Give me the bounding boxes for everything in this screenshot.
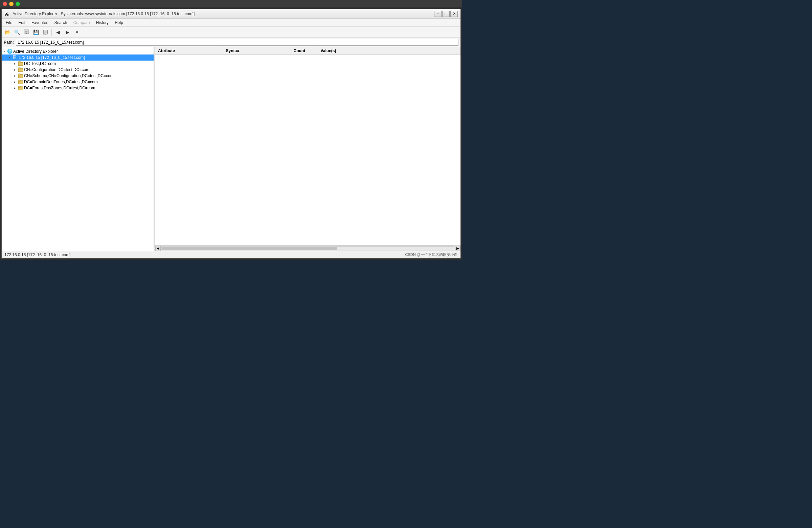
tree-label-root: Active Directory Explorer bbox=[13, 49, 58, 54]
tree-label-dc-forestdns: DC=ForestDnsZones,DC=test,DC=com bbox=[24, 86, 95, 90]
win-close-button[interactable]: ✕ bbox=[450, 11, 458, 17]
menu-favorites[interactable]: Favorites bbox=[29, 19, 51, 26]
table-header-row: Attribute Syntax Count Value(s) bbox=[155, 47, 461, 55]
tree-label-dc-test: DC=test,DC=com bbox=[24, 61, 56, 66]
tree-item-dc-test[interactable]: ▸ DC=test,DC=com bbox=[2, 61, 154, 67]
tree-item-root[interactable]: ▾ 🌐 Active Directory Explorer bbox=[2, 48, 154, 55]
svg-rect-14 bbox=[18, 86, 20, 87]
tree-expander-root[interactable]: ▾ bbox=[2, 49, 6, 54]
toolbar-back-button[interactable]: ◀ bbox=[54, 28, 62, 36]
details-table[interactable]: Attribute Syntax Count Value(s) bbox=[155, 47, 461, 245]
menu-edit[interactable]: Edit bbox=[16, 19, 28, 26]
tree-expander-server[interactable]: ▾ bbox=[7, 55, 12, 60]
app-window: 🖧 Active Directory Explorer - Sysinterna… bbox=[1, 9, 461, 259]
toolbar-save-button[interactable]: 💾 bbox=[31, 28, 40, 36]
col-header-count[interactable]: Count bbox=[291, 47, 318, 55]
tree-expander-cn-schema[interactable]: ▸ bbox=[13, 73, 17, 78]
tree-item-server[interactable]: ▾ 🗄 172.16.0.15 [172_16_0_15.test.com] bbox=[2, 55, 154, 61]
mac-titlebar bbox=[0, 0, 462, 8]
tree-item-dc-domaindns[interactable]: ▸ DC=DomainDnsZones,DC=test,DC=com bbox=[2, 79, 154, 85]
svg-rect-8 bbox=[18, 68, 20, 69]
menu-bar: File Edit Favorites Search Compare Histo… bbox=[2, 19, 461, 27]
tree-item-dc-forestdns[interactable]: ▸ DC=ForestDnsZones,DC=test,DC=com bbox=[2, 85, 154, 91]
tree-icon-dc-domaindns bbox=[18, 79, 23, 85]
toolbar-separator bbox=[52, 29, 52, 35]
scroll-track[interactable] bbox=[161, 246, 454, 251]
tree-expander-dc-forestdns[interactable]: ▸ bbox=[13, 86, 17, 90]
win-minimize-button[interactable]: － bbox=[434, 11, 441, 17]
tree-item-cn-schema[interactable]: ▸ CN=Schema,CN=Configuration,DC=test,DC=… bbox=[2, 73, 154, 79]
tree-label-cn-schema: CN=Schema,CN=Configuration,DC=test,DC=co… bbox=[24, 73, 114, 78]
maximize-button[interactable] bbox=[16, 2, 20, 6]
window-controls: － □ ✕ bbox=[434, 11, 458, 17]
main-content: ▾ 🌐 Active Directory Explorer ▾ 🗄 172.16… bbox=[2, 47, 461, 251]
scroll-right-arrow[interactable]: ▶ bbox=[455, 246, 461, 251]
window-app-icon: 🖧 bbox=[4, 11, 10, 17]
status-right-text: CSDN @一位不知名的网安小白 bbox=[405, 252, 458, 257]
toolbar-properties-button[interactable] bbox=[41, 28, 50, 36]
app-root: 🖧 Active Directory Explorer - Sysinterna… bbox=[0, 0, 462, 260]
path-input[interactable] bbox=[16, 39, 459, 46]
toolbar-history-dropdown[interactable]: ▾ bbox=[72, 28, 81, 36]
svg-rect-12 bbox=[18, 80, 20, 81]
tree-icon-cn-config bbox=[18, 67, 23, 72]
toolbar-open-button[interactable]: 📂 bbox=[3, 28, 12, 36]
toolbar-export-button[interactable] bbox=[22, 28, 31, 36]
menu-search[interactable]: Search bbox=[52, 19, 70, 26]
details-panel: Attribute Syntax Count Value(s) ◀ bbox=[155, 47, 461, 251]
tree-label-cn-config: CN=Configuration,DC=test,DC=com bbox=[24, 67, 89, 72]
tree-label-server: 172.16.0.15 [172_16_0_15.test.com] bbox=[19, 55, 85, 60]
tree-panel[interactable]: ▾ 🌐 Active Directory Explorer ▾ 🗄 172.16… bbox=[2, 47, 154, 251]
tree-icon-server: 🗄 bbox=[13, 55, 18, 60]
window-title: Active Directory Explorer - Sysinternals… bbox=[13, 12, 431, 16]
scroll-thumb[interactable] bbox=[162, 247, 337, 250]
col-header-values[interactable]: Value(s) bbox=[318, 47, 461, 55]
tree-icon-dc-forestdns bbox=[18, 85, 23, 91]
toolbar-search-button[interactable]: 🔍 bbox=[13, 28, 21, 36]
menu-file[interactable]: File bbox=[3, 19, 15, 26]
path-bar: Path: bbox=[2, 38, 461, 47]
svg-rect-10 bbox=[18, 74, 20, 75]
toolbar: 📂 🔍 💾 ◀ ▶ ▾ bbox=[2, 27, 461, 38]
path-label: Path: bbox=[4, 40, 14, 45]
svg-rect-6 bbox=[18, 61, 20, 63]
status-text: 172.16.0.15 [172_16_0_15.test.com] bbox=[4, 253, 71, 257]
close-button[interactable] bbox=[3, 2, 7, 6]
tree-expander-cn-config[interactable]: ▸ bbox=[13, 67, 17, 72]
tree-item-cn-config[interactable]: ▸ CN=Configuration,DC=test,DC=com bbox=[2, 67, 154, 73]
col-header-syntax[interactable]: Syntax bbox=[223, 47, 291, 55]
attributes-table: Attribute Syntax Count Value(s) bbox=[155, 47, 461, 55]
tree-label-dc-domaindns: DC=DomainDnsZones,DC=test,DC=com bbox=[24, 80, 98, 84]
tree-icon-root: 🌐 bbox=[7, 49, 13, 54]
tree-icon-dc-test bbox=[18, 61, 23, 66]
scroll-left-arrow[interactable]: ◀ bbox=[155, 246, 161, 251]
menu-history[interactable]: History bbox=[93, 19, 111, 26]
menu-compare: Compare bbox=[70, 19, 92, 26]
status-bar: 172.16.0.15 [172_16_0_15.test.com] CSDN … bbox=[2, 251, 461, 258]
minimize-button[interactable] bbox=[9, 2, 14, 6]
win-maximize-button[interactable]: □ bbox=[442, 11, 450, 17]
col-header-attribute[interactable]: Attribute bbox=[155, 47, 223, 55]
details-hscrollbar[interactable]: ◀ ▶ bbox=[155, 245, 461, 251]
tree-expander-dc-test[interactable]: ▸ bbox=[13, 61, 17, 66]
toolbar-forward-button[interactable]: ▶ bbox=[63, 28, 72, 36]
tree-expander-dc-domaindns[interactable]: ▸ bbox=[13, 80, 17, 84]
menu-help[interactable]: Help bbox=[112, 19, 126, 26]
window-title-bar: 🖧 Active Directory Explorer - Sysinterna… bbox=[2, 9, 461, 19]
tree-icon-cn-schema bbox=[18, 73, 23, 79]
